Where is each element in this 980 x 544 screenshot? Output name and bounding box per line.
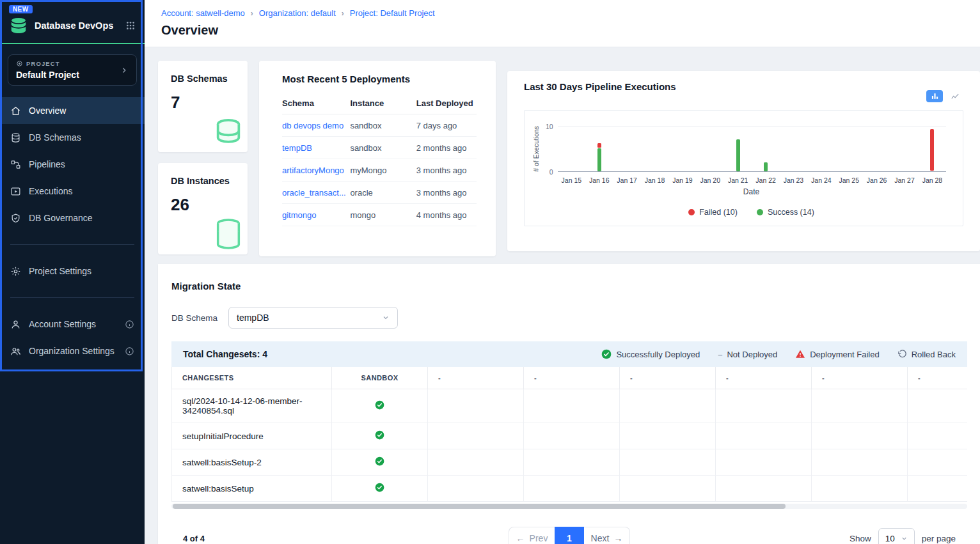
rollback-arrow-icon xyxy=(897,350,907,359)
sidebar-item-account-settings[interactable]: Account Settings xyxy=(0,311,145,338)
x-tick-label: Jan 20 xyxy=(697,172,724,184)
empty-cell xyxy=(812,389,908,423)
sidebar-item-overview[interactable]: Overview xyxy=(0,97,145,124)
next-page-button[interactable]: Next → xyxy=(584,527,630,544)
database-stack-illustration-icon xyxy=(210,216,246,254)
breadcrumb-organization[interactable]: Organization: default xyxy=(259,8,336,18)
legend-item-failed[interactable]: Failed (10) xyxy=(688,208,738,217)
column-header: - xyxy=(908,367,968,389)
schema-link[interactable]: tempDB xyxy=(282,143,312,153)
db-schema-select[interactable]: tempDB xyxy=(228,307,398,329)
breadcrumb-project[interactable]: Project: Default Project xyxy=(350,8,435,18)
success-legend-dot-icon xyxy=(757,209,763,215)
next-label: Next xyxy=(591,533,610,543)
migration-state-panel: Migration State DB Schema tempDB Total C… xyxy=(158,264,980,544)
changeset-row: sql/2024-10-14-12-06-member-34240854.sql xyxy=(172,389,968,423)
sidebar-item-db-schemas[interactable]: DB Schemas xyxy=(0,124,145,151)
info-icon[interactable] xyxy=(125,346,134,356)
deployments-table: Schema Instance Last Deployed db devops … xyxy=(282,92,477,226)
page-1-button[interactable]: 1 xyxy=(555,527,584,544)
warning-triangle-icon xyxy=(795,349,805,359)
chart-plot-box: # of Executions 10 0 Jan 15Jan 16Jan 17J… xyxy=(524,110,963,226)
sidebar-item-project-settings[interactable]: Project Settings xyxy=(0,258,145,284)
project-label: PROJECT xyxy=(26,60,60,67)
empty-cell xyxy=(620,476,716,502)
success-check-icon xyxy=(375,483,384,492)
target-icon xyxy=(16,60,23,67)
instance-cell: oracle xyxy=(350,182,416,204)
sidebar-item-pipelines[interactable]: Pipelines xyxy=(0,151,145,178)
empty-cell xyxy=(716,449,812,476)
info-icon[interactable] xyxy=(125,320,134,329)
database-illustration-icon xyxy=(210,114,246,152)
x-axis-label: Date xyxy=(532,187,946,196)
x-tick-label: Jan 25 xyxy=(835,172,863,184)
schema-link[interactable]: oracle_transact... xyxy=(282,188,346,198)
pipeline-executions-card: Last 30 Days Pipeline Executions # of Ex… xyxy=(507,71,980,251)
sidebar-item-label: Executions xyxy=(29,186,72,196)
bar-slot xyxy=(752,126,779,171)
per-page-suffix: per page xyxy=(922,534,956,543)
legend-deployment-failed: Deployment Failed xyxy=(795,349,879,359)
stat-title: DB Schemas xyxy=(171,74,239,84)
column-header: - xyxy=(812,367,908,389)
dash-icon: – xyxy=(718,350,722,359)
chart-x-labels: Jan 15Jan 16Jan 17Jan 18Jan 19Jan 20Jan … xyxy=(558,172,946,184)
sidebar-item-label: Account Settings xyxy=(29,319,96,329)
schema-link[interactable]: artifactoryMongo xyxy=(282,166,344,175)
per-page-select[interactable]: 10 xyxy=(878,528,915,544)
apps-grid-icon[interactable] xyxy=(125,20,136,31)
changeset-name: sql/2024-10-14-12-06-member-34240854.sql xyxy=(172,389,332,423)
bar-slot xyxy=(890,126,918,171)
line-chart-toggle[interactable] xyxy=(947,90,963,102)
prev-label: Prev xyxy=(530,533,548,543)
empty-cell xyxy=(716,476,812,502)
success-check-icon xyxy=(375,456,384,466)
failed-bar xyxy=(930,129,934,171)
y-tick-label: 0 xyxy=(549,168,553,176)
empty-cell xyxy=(812,476,908,502)
bar-chart-toggle[interactable] xyxy=(926,90,943,102)
prev-page-button[interactable]: ← Prev xyxy=(509,527,555,544)
x-tick-label: Jan 21 xyxy=(724,172,752,184)
column-header-changesets: CHANGESETS xyxy=(172,367,332,389)
empty-cell xyxy=(716,389,812,423)
sidebar-item-db-governance[interactable]: DB Governance xyxy=(0,205,145,231)
changeset-row: setupInitialProcedure xyxy=(172,423,968,449)
instance-cell: sandbox xyxy=(350,114,416,137)
success-check-icon xyxy=(601,349,612,359)
gear-icon xyxy=(10,266,21,277)
last-deployed-cell: 2 months ago xyxy=(416,137,477,159)
column-header-sandbox: SANDBOX xyxy=(332,367,428,389)
scrollbar-thumb[interactable] xyxy=(173,504,786,509)
sidebar-item-label: Project Settings xyxy=(29,266,91,276)
row-count: 4 of 4 xyxy=(171,534,205,543)
project-selector[interactable]: PROJECT Default Project xyxy=(8,54,137,86)
sidebar-header: NEW Database DevOps xyxy=(0,0,145,44)
chevron-right-icon: › xyxy=(251,9,253,18)
bar-slot xyxy=(919,126,946,171)
chevron-down-icon xyxy=(901,535,908,542)
instance-cell: mongo xyxy=(350,204,416,226)
empty-cell xyxy=(620,449,716,476)
chart-plot-area xyxy=(558,126,946,172)
last-deployed-cell: 4 months ago xyxy=(416,204,477,226)
column-header: Schema xyxy=(282,92,350,114)
sidebar-item-executions[interactable]: Executions xyxy=(0,178,145,205)
column-header: - xyxy=(524,367,620,389)
horizontal-scrollbar[interactable] xyxy=(171,504,967,509)
stat-title: DB Instances xyxy=(171,176,239,186)
last-deployed-cell: 3 months ago xyxy=(416,159,477,182)
bar-slot xyxy=(807,126,835,171)
sidebar-item-organization-settings[interactable]: Organization Settings xyxy=(0,338,145,364)
legend-item-success[interactable]: Success (14) xyxy=(757,208,814,217)
schema-link[interactable]: db devops demo xyxy=(282,121,344,130)
legend-successfully-deployed: Successfully Deployed xyxy=(601,349,700,359)
schema-link[interactable]: gitmongo xyxy=(282,210,316,220)
instance-cell: myMongo xyxy=(350,159,416,182)
x-tick-label: Jan 23 xyxy=(780,172,807,184)
bar-slot xyxy=(558,126,585,171)
total-changesets-bar: Total Changesets: 4 Successfully Deploye… xyxy=(171,341,967,367)
database-icon xyxy=(10,132,21,143)
breadcrumb-account[interactable]: Account: satwell-demo xyxy=(161,8,245,18)
